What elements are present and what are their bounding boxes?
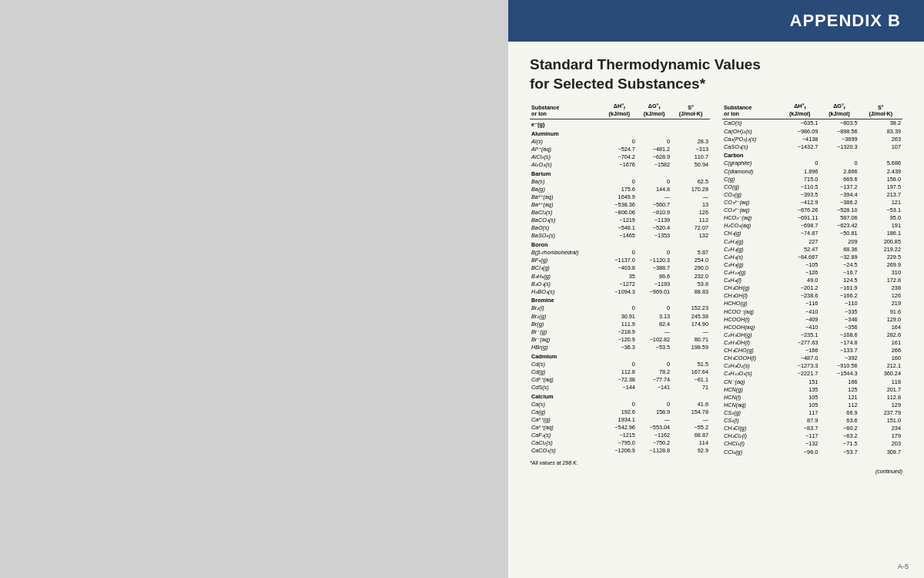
footnote: *All values at 298 K. — [530, 460, 902, 465]
dH-cell: −524.7 — [602, 145, 637, 153]
S-cell: 5.87 — [671, 249, 710, 257]
S-cell: −55.2 — [671, 424, 710, 432]
dG-cell: −335 — [819, 307, 859, 315]
substance-cell: HCHO(g) — [722, 300, 780, 307]
dG-cell: 0 — [637, 360, 671, 368]
substance-cell: CO(g) — [722, 183, 780, 190]
S-cell: — — [671, 328, 710, 335]
table-row: HCN(l)105121112.8 — [722, 393, 902, 401]
dG-cell: −1120.3 — [637, 257, 671, 264]
dG-cell: −394.4 — [819, 190, 859, 198]
substance-cell: B₂H₆(g) — [530, 272, 602, 280]
substance-cell: Ca(OH)₂(s) — [722, 127, 780, 135]
dH-cell: −132 — [780, 440, 819, 448]
substance-cell: Al³⁺(aq) — [530, 145, 602, 153]
dH-cell: −403.8 — [602, 264, 637, 272]
substance-cell: HCOO⁻(aq) — [722, 307, 780, 315]
dG-cell: — — [637, 328, 671, 335]
substance-cell: CH₃OH(g) — [722, 284, 780, 292]
dG-cell: −137.2 — [819, 183, 859, 190]
S-cell: 245.38 — [671, 312, 710, 320]
dH-cell: −105 — [780, 260, 819, 268]
table-row: Ba²⁺(aq)1649.9—— — [530, 193, 710, 200]
substance-cell: C₄H₁₀(g) — [722, 269, 780, 277]
dH-cell: 192.6 — [602, 408, 637, 415]
S-cell: 191 — [859, 222, 902, 230]
dG-cell: −53.7 — [819, 448, 859, 455]
dG-cell: −623.42 — [819, 222, 859, 230]
substance-cell: Ca²⁺(g) — [530, 415, 602, 423]
substance-cell: BCl₃(g) — [530, 264, 602, 272]
substance-cell: HCN(l) — [722, 393, 780, 401]
dH-cell: −201.2 — [780, 284, 819, 292]
section-header: Aluminum — [530, 129, 710, 138]
substance-cell: CS₂(g) — [722, 408, 780, 416]
dH-cell: 0 — [602, 304, 637, 312]
dH-cell: 112.8 — [602, 368, 637, 375]
dH-cell: −235.1 — [780, 331, 819, 338]
dH-cell: −144 — [602, 384, 637, 391]
dG-cell: −166.2 — [819, 292, 859, 300]
table-row: Ca₃(PO₄)₂(s)−4138−3899263 — [722, 135, 902, 143]
S-cell: 129.0 — [859, 315, 902, 323]
dH-cell: −393.5 — [780, 190, 819, 198]
S-cell: −61.1 — [671, 375, 710, 383]
dH-cell: 0 — [602, 177, 637, 185]
dH-cell: −238.6 — [780, 292, 819, 300]
S-cell: 112 — [671, 217, 710, 224]
dG-cell: −810.9 — [637, 209, 671, 217]
S-cell: 360.24 — [859, 370, 902, 378]
table-row: CS₂(g)11766.9237.79 — [722, 408, 902, 416]
substance-cell: CH₄(g) — [722, 230, 780, 237]
table-row: Cadmium — [530, 351, 710, 361]
dH-cell: −1272 — [602, 280, 637, 287]
substance-cell: CHCl₃(l) — [722, 440, 780, 448]
substance-cell: CO₃²⁻(aq) — [722, 199, 780, 207]
substance-cell: CaF₂(s) — [530, 432, 602, 439]
substance-cell: CH₃OH(l) — [722, 292, 780, 300]
substance-cell: C₂H₅OH(l) — [722, 339, 780, 347]
S-cell: 158.0 — [859, 175, 902, 183]
dG-cell: 0 — [637, 400, 671, 408]
S-cell: 160 — [859, 355, 902, 362]
dG-cell: 63.6 — [819, 417, 859, 425]
substance-cell: HCOOH(l) — [722, 315, 780, 323]
table-row: Br₂(g)30.913.13245.38 — [530, 312, 710, 320]
table-row: CH₃Cl(g)−83.7−60.2234 — [722, 425, 902, 432]
S-cell: 62.5 — [671, 177, 710, 185]
S-cell: 2.439 — [859, 167, 902, 175]
dG-cell: −133.7 — [819, 347, 859, 355]
dG-cell: −110 — [819, 300, 859, 307]
dH-cell: 52.47 — [780, 245, 819, 253]
left-decorative-panel — [0, 0, 508, 578]
dG-cell: 124.5 — [819, 277, 859, 284]
dH-cell: −166 — [780, 347, 819, 355]
substance-cell: CdS(s) — [530, 384, 602, 391]
table-row: Bromine — [530, 295, 710, 304]
col-dHf-left: ΔH°f(kJ/mol) — [602, 102, 637, 119]
dH-cell: −410 — [780, 323, 819, 331]
dH-cell: 227 — [780, 237, 819, 245]
dG-cell: 82.4 — [637, 320, 671, 328]
table-row: Ba(s)0062.5 — [530, 177, 710, 185]
S-cell: 203 — [859, 440, 902, 448]
dG-cell: −560.7 — [637, 201, 671, 209]
dG-cell: 0 — [637, 137, 671, 145]
substance-cell: C(diamond) — [722, 167, 780, 175]
dH-cell: −218.9 — [602, 328, 637, 335]
dH-cell: 30.91 — [602, 312, 637, 320]
table-row: CdS(s)−144−14171 — [530, 384, 710, 391]
substance-cell: Br(g) — [530, 320, 602, 328]
substance-cell: C₃H₁₂O₃(s) — [722, 370, 780, 378]
dH-cell: −487.0 — [780, 355, 819, 362]
dG-cell: 121 — [819, 393, 859, 401]
dG-cell: — — [637, 193, 671, 200]
dH-cell: −1094.3 — [602, 287, 637, 295]
dH-cell: −1137.0 — [602, 257, 637, 264]
table-row: CH₃COOH(l)−487.0−392160 — [722, 355, 902, 362]
table-row: CaF₂(s)−1215−116268.87 — [530, 432, 710, 439]
dH-cell: 0 — [602, 360, 637, 368]
substance-cell: BF₃(g) — [530, 257, 602, 264]
table-row: HCHO(g)−116−110219 — [722, 300, 902, 307]
table-row: HBr(g)−36.3−53.5198.59 — [530, 344, 710, 351]
